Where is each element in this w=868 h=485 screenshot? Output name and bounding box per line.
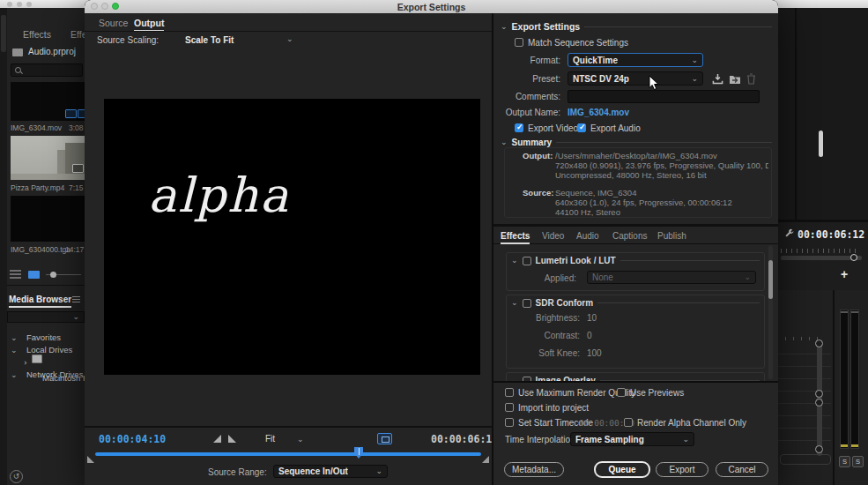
format-label: Format: [493, 56, 560, 65]
tab-media-browser[interactable]: Media Browser [9, 295, 71, 308]
wrench-icon[interactable] [783, 228, 795, 239]
solo-button[interactable]: S [839, 456, 850, 467]
time-interpolation-dropdown[interactable]: Frame Sampling ⌄ [570, 432, 694, 446]
hard-drive-icon [32, 354, 42, 363]
time-interpolation-label: Time Interpolation: [505, 435, 577, 444]
format-dropdown[interactable]: QuickTime ⌄ [568, 53, 703, 67]
sync-status-icon[interactable]: ↺ [10, 470, 23, 483]
applied-dropdown[interactable]: None ⌄ [587, 271, 756, 284]
save-preset-icon[interactable] [712, 73, 723, 85]
contrast-label: Contrast: [520, 331, 580, 340]
chevron-down-icon[interactable]: ⌄ [511, 299, 518, 307]
soft-knee-value[interactable]: 100 [587, 348, 602, 358]
tab-source[interactable]: Source [99, 18, 128, 28]
list-view-icon[interactable] [10, 270, 21, 279]
chevron-down-icon[interactable]: ⌄ [511, 257, 518, 265]
effects-scrollbar[interactable] [768, 245, 773, 379]
zoom-handle[interactable] [850, 254, 857, 261]
slider-handle[interactable] [50, 272, 56, 278]
tab-video[interactable]: Video [542, 231, 564, 241]
thumbnail-size-slider[interactable] [46, 274, 81, 275]
thumbnail-building [57, 150, 65, 174]
dialog-titlebar[interactable]: Export Settings [85, 0, 778, 13]
scrollbar-handle[interactable] [819, 131, 823, 157]
summary-source-lines: Sequence, IMG_6304 640x360 (1.0), 24 fps… [555, 188, 768, 217]
media-browser-filter-dropdown[interactable]: ⌄ [7, 311, 85, 323]
source-scaling-dropdown[interactable]: Scale To Fit [185, 35, 234, 45]
section-title: SDR Conform [536, 298, 594, 308]
use-previews-checkbox[interactable] [617, 388, 626, 397]
media-name[interactable]: Pizza Party.mp4 [11, 183, 64, 192]
match-sequence-checkbox[interactable] [515, 38, 523, 47]
cancel-button[interactable]: Cancel [716, 462, 768, 477]
set-in-point-icon[interactable] [213, 435, 221, 443]
tab-output[interactable]: Output [134, 18, 164, 32]
mixer-scroll-box[interactable] [780, 454, 831, 465]
output-name-link[interactable]: IMG_6304.mov [568, 108, 629, 117]
program-timecode[interactable]: 00:00:06:12 [798, 228, 864, 241]
traffic-light-icon[interactable] [17, 2, 22, 7]
search-input[interactable] [11, 63, 83, 77]
traffic-light-icon[interactable] [7, 2, 12, 7]
crop-output-button[interactable] [377, 433, 392, 444]
fader-knob[interactable] [815, 340, 823, 347]
tree-item-network-drives[interactable]: ⌄ Network Drives [11, 365, 83, 381]
tab-captions[interactable]: Captions [612, 231, 647, 241]
thumbnail-view-icon[interactable] [28, 271, 40, 279]
comments-input[interactable] [568, 90, 760, 103]
tab-effects-2[interactable]: Effec [70, 29, 85, 40]
sdr-checkbox[interactable] [523, 299, 531, 308]
meter-level [851, 444, 858, 447]
media-duration: 14:17 [65, 245, 84, 254]
scrollbar-handle[interactable] [768, 260, 773, 299]
brightness-value[interactable]: 10 [587, 313, 597, 323]
metadata-button[interactable]: Metadata... [504, 462, 564, 477]
source-range-dropdown[interactable]: Sequence In/Out ⌄ [273, 465, 388, 478]
export-button[interactable]: Export [656, 462, 708, 477]
mixer-area: S S [778, 290, 868, 485]
summary-line: 640x360 (1.0), 24 fps, Progressive, 00:0… [555, 198, 768, 207]
set-start-timecode-checkbox[interactable] [505, 418, 514, 427]
tab-audio[interactable]: Audio [576, 231, 599, 241]
solo-button[interactable]: S [852, 456, 864, 467]
add-track-button[interactable]: + [841, 267, 848, 281]
media-thumbnail[interactable] [11, 136, 85, 180]
export-settings-dialog: Export Settings Source Output Source Sca… [85, 0, 778, 485]
import-preset-icon[interactable] [729, 73, 741, 85]
trim-out-handle[interactable] [482, 456, 489, 463]
contrast-value[interactable]: 0 [587, 331, 592, 340]
export-audio-checkbox[interactable] [577, 123, 586, 132]
max-render-quality-checkbox[interactable] [505, 388, 514, 397]
tab-publish[interactable]: Publish [657, 231, 686, 241]
lumetri-checkbox[interactable] [523, 257, 531, 265]
traffic-light-icon[interactable] [26, 2, 32, 7]
preview-frame[interactable]: alpha [104, 99, 480, 375]
set-out-point-icon[interactable] [228, 435, 236, 443]
panel-grip[interactable] [1, 15, 6, 52]
fader-knob[interactable] [815, 445, 823, 453]
tab-effects-settings[interactable]: Effects [501, 231, 530, 244]
render-alpha-checkbox[interactable] [624, 418, 633, 427]
fader-knob[interactable] [815, 390, 823, 398]
export-video-checkbox[interactable] [515, 123, 523, 132]
media-name[interactable]: IMG_6304.mov [11, 123, 62, 132]
playhead[interactable] [354, 447, 363, 459]
delete-preset-icon[interactable] [746, 73, 756, 85]
preset-dropdown[interactable]: NTSC DV 24p ⌄ [568, 71, 703, 86]
trim-in-handle[interactable] [87, 456, 94, 463]
fader-knob[interactable] [815, 399, 823, 407]
scrubber-track[interactable] [95, 452, 481, 456]
media-name[interactable]: IMG_6304000.tga [11, 245, 70, 254]
chevron-down-icon[interactable]: ⌄ [501, 138, 508, 146]
zoom-fit-dropdown[interactable]: Fit ⌄ [265, 434, 303, 444]
panel-menu-icon[interactable] [72, 296, 80, 302]
current-timecode[interactable]: 00:00:04:10 [99, 433, 166, 445]
applied-label: Applied: [529, 273, 576, 283]
project-name[interactable]: Audio.prproj [28, 47, 76, 56]
media-thumbnail[interactable] [11, 196, 85, 242]
queue-button[interactable]: Queue [594, 461, 650, 478]
import-into-project-checkbox[interactable] [505, 403, 514, 412]
media-thumbnail[interactable] [11, 82, 85, 121]
chevron-down-icon[interactable]: ⌄ [501, 23, 508, 31]
tab-effects[interactable]: Effects [23, 29, 51, 40]
